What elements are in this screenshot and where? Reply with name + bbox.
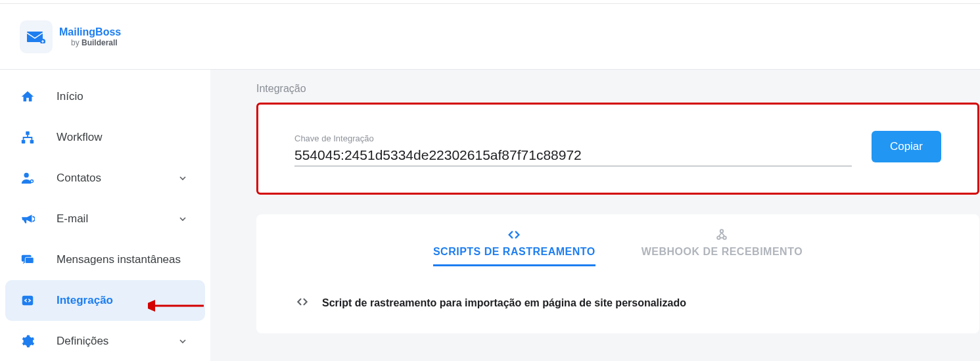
sidebar-item-home[interactable]: Início (5, 76, 205, 117)
sidebar-item-label: Workflow (57, 131, 191, 144)
chevron-down-icon (175, 170, 191, 186)
sidebar-item-label: E-mail (57, 212, 154, 226)
app-header: MailingBoss by Builderall (0, 4, 980, 70)
integration-key-card: Chave de Integração 554045:2451d5334de22… (256, 103, 979, 195)
tab-webhook[interactable]: WEBHOOK DE RECEBIMENTO (642, 228, 803, 266)
sidebar-item-settings[interactable]: Definições (5, 321, 205, 361)
sidebar-item-label: Início (57, 90, 191, 103)
gear-icon (20, 333, 35, 349)
contacts-icon (20, 170, 35, 186)
script-tracking-row[interactable]: Script de rastreamento para importação e… (283, 286, 953, 320)
tab-label: SCRIPTS DE RASTREAMENTO (433, 246, 595, 258)
app-logo (20, 20, 53, 53)
svg-point-5 (24, 173, 29, 178)
sidebar-item-email[interactable]: E-mail (5, 199, 205, 239)
integration-key-label: Chave de Integração (294, 133, 852, 143)
svg-rect-4 (30, 140, 34, 144)
main-content: Integração Chave de Integração 554045:24… (210, 70, 980, 361)
tabs-card: SCRIPTS DE RASTREAMENTO WEBHOOK DE RECEB… (256, 214, 979, 333)
svg-rect-8 (25, 257, 34, 263)
svg-rect-3 (22, 140, 26, 144)
svg-point-11 (724, 236, 727, 239)
sidebar-item-label: Contatos (57, 172, 154, 185)
script-row-title: Script de rastreamento para importação e… (322, 297, 686, 309)
chat-icon (20, 252, 35, 268)
sidebar-item-label: Mensagens instantâneas (57, 253, 191, 266)
sidebar-item-label: Integração (57, 294, 191, 307)
chevron-down-icon (175, 211, 191, 227)
brand-subtitle: by Builderall (71, 38, 121, 47)
sidebar-item-workflow[interactable]: Workflow (5, 117, 205, 158)
tab-tracking-scripts[interactable]: SCRIPTS DE RASTREAMENTO (433, 228, 595, 266)
code-brackets-icon (507, 228, 521, 242)
page-title: Integração (256, 83, 980, 95)
home-icon (20, 89, 35, 105)
sidebar-item-integration[interactable]: Integração (5, 280, 205, 321)
copy-button[interactable]: Copiar (872, 131, 941, 162)
workflow-icon (20, 130, 35, 145)
integration-key-value[interactable]: 554045:2451d5334de22302615af87f71c88972 (294, 147, 852, 166)
sidebar-item-label: Definições (57, 335, 154, 348)
chevron-down-icon (175, 333, 191, 349)
sidebar-item-instant-messages[interactable]: Mensagens instantâneas (5, 239, 205, 280)
code-brackets-icon (296, 295, 309, 311)
svg-point-10 (718, 236, 721, 239)
svg-point-12 (720, 229, 724, 233)
svg-rect-9 (22, 296, 34, 306)
code-icon (20, 293, 35, 308)
tab-label: WEBHOOK DE RECEBIMENTO (642, 246, 803, 258)
webhook-icon (714, 228, 729, 242)
sidebar-item-contacts[interactable]: Contatos (5, 158, 205, 199)
svg-rect-2 (26, 132, 30, 135)
brand-name: MailingBoss (59, 26, 121, 38)
sidebar: Início Workflow Contatos (0, 70, 210, 361)
megaphone-icon (20, 211, 35, 227)
